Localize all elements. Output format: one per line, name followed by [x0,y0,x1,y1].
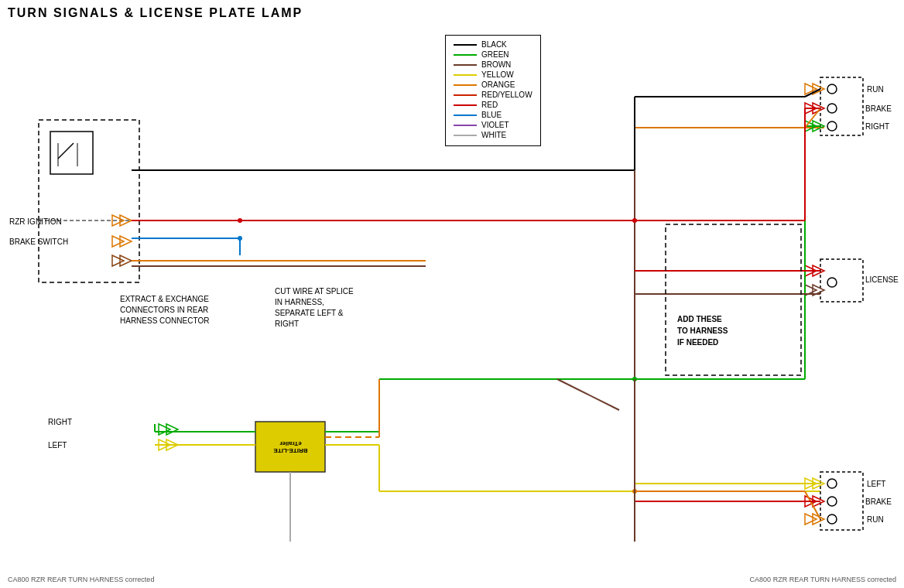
wiring-diagram: TURN SIGNALS & LICENSE PLATE LAMP CA800 … [0,0,904,588]
legend-item: YELLOW [454,70,532,79]
legend-item: BLUE [454,111,532,119]
svg-point-62 [827,514,837,524]
svg-marker-10 [120,255,132,266]
svg-line-2 [58,143,74,159]
run-bottom-label: RUN [867,515,884,524]
svg-point-54 [827,278,837,287]
run-top-label: RUN [867,85,884,94]
svg-point-61 [827,497,837,506]
svg-marker-8 [120,236,132,247]
left-bottom-label: LEFT [867,480,885,488]
module-label: BRITE-LITEeTrailer [258,424,324,470]
brake-top-label: BRAKE [865,104,892,113]
svg-point-83 [632,218,637,223]
cut-wire-label: CUT WIRE AT SPLICEIN HARNESS,SEPARATE LE… [275,286,375,330]
svg-rect-0 [39,120,139,282]
svg-rect-94 [666,224,801,375]
add-these-label: ADD THESETO HARNESSIF NEEDED [677,313,728,348]
legend-item: RED [454,101,532,109]
svg-rect-43 [820,77,863,135]
right-label: RIGHT [48,418,72,426]
svg-point-17 [238,218,242,223]
legend-box: BLACKGREENBROWNYELLOWORANGERED/YELLOWRED… [445,35,541,146]
legend-item: GREEN [454,50,532,59]
svg-rect-59 [820,472,863,530]
legend-item: RED/YELLOW [454,91,532,99]
license-label: LICENSE [865,275,899,284]
right-top-label: RIGHT [865,122,889,131]
legend-item: WHITE [454,131,532,139]
legend-item: ORANGE [454,80,532,89]
extract-exchange-label: EXTRACT & EXCHANGECONNECTORS IN REARHARN… [120,294,221,326]
svg-point-60 [827,479,837,488]
left-label: LEFT [48,441,67,450]
rzr-ignition-label: RZR IGNITION [9,217,62,226]
svg-point-44 [827,84,837,94]
svg-point-46 [827,121,837,131]
svg-point-45 [827,104,837,113]
svg-rect-1 [50,132,93,174]
legend-item: BLACK [454,40,532,49]
legend-item: BROWN [454,60,532,69]
brake-bottom-label: BRAKE [865,497,892,506]
svg-line-92 [557,379,619,410]
svg-marker-26 [166,424,178,435]
svg-rect-53 [820,259,863,302]
legend-item: VIOLET [454,121,532,129]
brake-switch-label: BRAKE SWITCH [9,238,68,246]
